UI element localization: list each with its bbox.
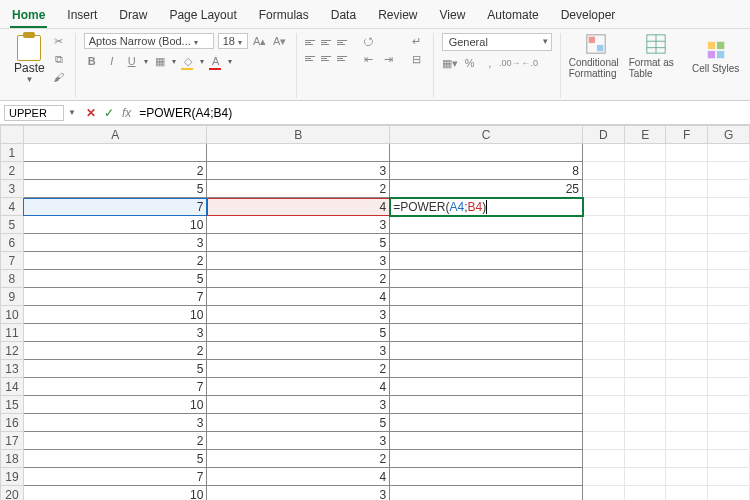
cell-D19[interactable]: [583, 468, 625, 486]
cell-D4[interactable]: [583, 198, 625, 216]
row-header-5[interactable]: 5: [1, 216, 24, 234]
chevron-down-icon[interactable]: ▼: [68, 108, 76, 117]
font-color-icon[interactable]: A: [208, 53, 224, 69]
tab-review[interactable]: Review: [376, 4, 419, 28]
increase-indent-icon[interactable]: ⇥: [381, 51, 397, 67]
row-header-18[interactable]: 18: [1, 450, 24, 468]
cell-D7[interactable]: [583, 252, 625, 270]
row-header-8[interactable]: 8: [1, 270, 24, 288]
cell-B20[interactable]: 3: [207, 486, 390, 501]
tab-page-layout[interactable]: Page Layout: [167, 4, 238, 28]
font-size-select[interactable]: 18 ▾: [218, 33, 248, 49]
cell-A1[interactable]: [23, 144, 207, 162]
percent-format-icon[interactable]: %: [462, 55, 478, 71]
cell-D10[interactable]: [583, 306, 625, 324]
cell-C16[interactable]: [390, 414, 583, 432]
cell-F7[interactable]: [666, 252, 708, 270]
column-header-B[interactable]: B: [207, 126, 390, 144]
select-all-corner[interactable]: [1, 126, 24, 144]
row-header-15[interactable]: 15: [1, 396, 24, 414]
cell-F8[interactable]: [666, 270, 708, 288]
cell-A18[interactable]: 5: [23, 450, 207, 468]
cell-B3[interactable]: 2: [207, 180, 390, 198]
cell-A19[interactable]: 7: [23, 468, 207, 486]
cell-F17[interactable]: [666, 432, 708, 450]
cell-C1[interactable]: [390, 144, 583, 162]
cell-D11[interactable]: [583, 324, 625, 342]
chevron-down-icon[interactable]: ▾: [228, 57, 232, 66]
cell-C5[interactable]: [390, 216, 583, 234]
cell-E16[interactable]: [624, 414, 666, 432]
cell-D6[interactable]: [583, 234, 625, 252]
cell-F1[interactable]: [666, 144, 708, 162]
borders-icon[interactable]: ▦: [152, 53, 168, 69]
orientation-icon[interactable]: ⭯: [361, 33, 377, 49]
cell-G12[interactable]: [708, 342, 750, 360]
cell-C4[interactable]: =POWER(A4;B4): [390, 198, 583, 216]
cell-G4[interactable]: [708, 198, 750, 216]
cell-D18[interactable]: [583, 450, 625, 468]
underline-button[interactable]: U: [124, 53, 140, 69]
cell-E13[interactable]: [624, 360, 666, 378]
cell-E12[interactable]: [624, 342, 666, 360]
cell-B19[interactable]: 4: [207, 468, 390, 486]
cell-A4[interactable]: 7: [23, 198, 207, 216]
chevron-down-icon[interactable]: ▼: [25, 75, 33, 84]
cell-B7[interactable]: 3: [207, 252, 390, 270]
cell-G16[interactable]: [708, 414, 750, 432]
cell-G3[interactable]: [708, 180, 750, 198]
row-header-6[interactable]: 6: [1, 234, 24, 252]
cell-B13[interactable]: 2: [207, 360, 390, 378]
cell-E20[interactable]: [624, 486, 666, 501]
cell-D13[interactable]: [583, 360, 625, 378]
chevron-down-icon[interactable]: ▾: [172, 57, 176, 66]
conditional-formatting-button[interactable]: Conditional Formatting: [569, 33, 623, 79]
cell-C6[interactable]: [390, 234, 583, 252]
cell-E1[interactable]: [624, 144, 666, 162]
cell-D17[interactable]: [583, 432, 625, 450]
cell-E6[interactable]: [624, 234, 666, 252]
cell-B18[interactable]: 2: [207, 450, 390, 468]
copy-icon[interactable]: ⧉: [51, 51, 67, 67]
cell-G8[interactable]: [708, 270, 750, 288]
cell-B16[interactable]: 5: [207, 414, 390, 432]
cell-G5[interactable]: [708, 216, 750, 234]
cell-G14[interactable]: [708, 378, 750, 396]
cell-C19[interactable]: [390, 468, 583, 486]
format-painter-icon[interactable]: 🖌: [51, 69, 67, 85]
cell-C3[interactable]: 25: [390, 180, 583, 198]
column-header-E[interactable]: E: [624, 126, 666, 144]
cell-E18[interactable]: [624, 450, 666, 468]
cell-F10[interactable]: [666, 306, 708, 324]
cell-B9[interactable]: 4: [207, 288, 390, 306]
row-header-4[interactable]: 4: [1, 198, 24, 216]
font-name-select[interactable]: Aptos Narrow (Bod... ▾: [84, 33, 214, 49]
cell-A11[interactable]: 3: [23, 324, 207, 342]
cell-C14[interactable]: [390, 378, 583, 396]
cell-B10[interactable]: 3: [207, 306, 390, 324]
format-as-table-button[interactable]: Format as Table: [629, 33, 683, 79]
cell-G7[interactable]: [708, 252, 750, 270]
cell-F6[interactable]: [666, 234, 708, 252]
row-header-1[interactable]: 1: [1, 144, 24, 162]
cell-D8[interactable]: [583, 270, 625, 288]
cell-C11[interactable]: [390, 324, 583, 342]
cell-A9[interactable]: 7: [23, 288, 207, 306]
row-header-13[interactable]: 13: [1, 360, 24, 378]
wrap-text-icon[interactable]: ↵: [409, 33, 425, 49]
cancel-formula-button[interactable]: ✕: [82, 106, 100, 120]
cell-G13[interactable]: [708, 360, 750, 378]
chevron-down-icon[interactable]: ▾: [144, 57, 148, 66]
row-header-12[interactable]: 12: [1, 342, 24, 360]
cell-A14[interactable]: 7: [23, 378, 207, 396]
tab-formulas[interactable]: Formulas: [257, 4, 311, 28]
cell-E17[interactable]: [624, 432, 666, 450]
cell-B14[interactable]: 4: [207, 378, 390, 396]
cell-E7[interactable]: [624, 252, 666, 270]
cell-G17[interactable]: [708, 432, 750, 450]
chevron-down-icon[interactable]: ▾: [200, 57, 204, 66]
formula-input[interactable]: [137, 104, 750, 122]
number-format-select[interactable]: General: [442, 33, 552, 51]
cell-E2[interactable]: [624, 162, 666, 180]
cell-G9[interactable]: [708, 288, 750, 306]
